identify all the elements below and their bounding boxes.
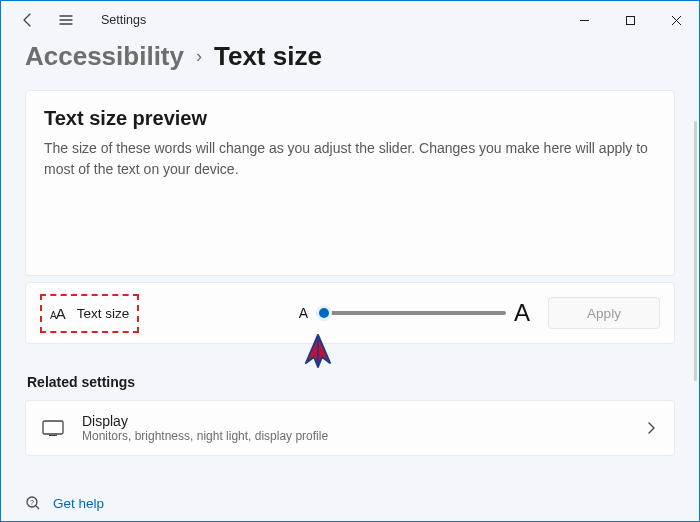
display-setting-label: Display [82,413,328,429]
close-button[interactable] [653,5,699,35]
svg-rect-0 [626,16,634,24]
get-help-row[interactable]: ? Get help [25,495,104,511]
back-icon [20,12,36,28]
maximize-button[interactable] [607,5,653,35]
chevron-right-icon [644,421,658,435]
close-icon [671,15,682,26]
chevron-right-icon: › [196,46,202,67]
window-title: Settings [101,13,146,27]
minimize-icon [579,15,590,26]
help-icon: ? [25,495,41,511]
slider-min-marker: A [299,305,308,321]
breadcrumb-current: Text size [214,41,322,72]
preview-text: The size of these words will change as y… [44,138,656,180]
breadcrumb-parent[interactable]: Accessibility [25,41,184,72]
svg-text:?: ? [30,499,34,506]
maximize-icon [625,15,636,26]
display-icon [42,420,64,436]
svg-rect-1 [43,421,63,434]
minimize-button[interactable] [561,5,607,35]
scrollbar[interactable] [694,121,697,381]
nav-menu-button[interactable] [49,3,83,37]
display-setting-row[interactable]: Display Monitors, brightness, night ligh… [25,400,675,456]
preview-title: Text size preview [44,107,656,130]
text-size-label-box: AA Text size [40,294,139,333]
hamburger-icon [58,12,74,28]
get-help-link[interactable]: Get help [53,496,104,511]
text-size-label: Text size [77,306,130,321]
back-button[interactable] [11,3,45,37]
main-content: Accessibility › Text size Text size prev… [1,39,699,521]
related-settings-heading: Related settings [27,374,675,390]
text-size-slider[interactable] [316,311,506,315]
title-bar: Settings [1,1,699,39]
slider-max-marker: A [514,299,530,327]
text-size-icon: AA [50,305,65,322]
text-size-preview-card: Text size preview The size of these word… [25,90,675,276]
breadcrumb: Accessibility › Text size [25,41,675,72]
display-setting-desc: Monitors, brightness, night light, displ… [82,429,328,443]
text-size-slider-card: AA Text size A A Apply [25,282,675,344]
apply-button[interactable]: Apply [548,297,660,329]
